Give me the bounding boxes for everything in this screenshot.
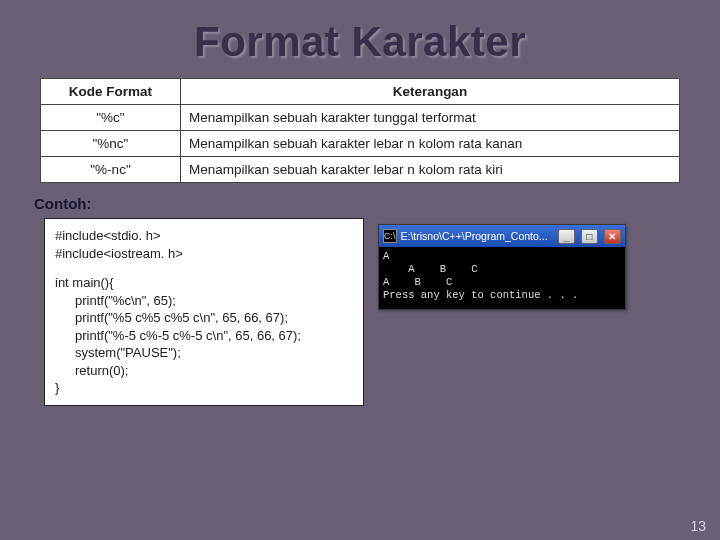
slide-title: Format Karakter [0,0,720,78]
console-window: C:\ E:\trisno\C++\Program_Conto... _ □ ✕… [378,224,626,310]
col-header-desc: Keterangan [181,79,680,105]
code-line: int main(){ [55,274,353,292]
table-row: "%c" Menampilkan sebuah karakter tunggal… [41,105,680,131]
cell-desc: Menampilkan sebuah karakter tunggal terf… [181,105,680,131]
code-line: #include<stdio. h> [55,227,353,245]
cell-desc: Menampilkan sebuah karakter lebar n kolo… [181,157,680,183]
cell-desc: Menampilkan sebuah karakter lebar n kolo… [181,131,680,157]
code-box: #include<stdio. h> #include<iostream. h>… [44,218,364,406]
console-line: Press any key to continue . . . [383,289,578,301]
console-title: E:\trisno\C++\Program_Conto... [401,230,548,242]
console-titlebar: C:\ E:\trisno\C++\Program_Conto... _ □ ✕ [379,225,625,247]
console-icon: C:\ [383,229,397,243]
col-header-code: Kode Format [41,79,181,105]
table-row: "%nc" Menampilkan sebuah karakter lebar … [41,131,680,157]
code-line: return(0); [55,362,353,380]
code-line: #include<iostream. h> [55,245,353,263]
close-button[interactable]: ✕ [604,229,621,244]
code-line: printf("%c\n", 65); [55,292,353,310]
format-table: Kode Format Keterangan "%c" Menampilkan … [40,78,680,183]
page-number: 13 [690,518,706,534]
cell-code: "%c" [41,105,181,131]
console-line: A B C [383,276,452,288]
console-line: A [383,250,389,262]
code-line: printf("%5 c%5 c%5 c\n", 65, 66, 67); [55,309,353,327]
table-header-row: Kode Format Keterangan [41,79,680,105]
code-line: system("PAUSE"); [55,344,353,362]
example-label: Contoh: [34,195,720,212]
cell-code: "%-nc" [41,157,181,183]
console-line: A B C [383,263,478,275]
maximize-button[interactable]: □ [581,229,598,244]
minimize-button[interactable]: _ [558,229,575,244]
code-line: } [55,379,353,397]
table-row: "%-nc" Menampilkan sebuah karakter lebar… [41,157,680,183]
cell-code: "%nc" [41,131,181,157]
code-line: printf("%-5 c%-5 c%-5 c\n", 65, 66, 67); [55,327,353,345]
blank-line [55,262,353,274]
console-output: A A B C A B C Press any key to continue … [379,247,625,309]
